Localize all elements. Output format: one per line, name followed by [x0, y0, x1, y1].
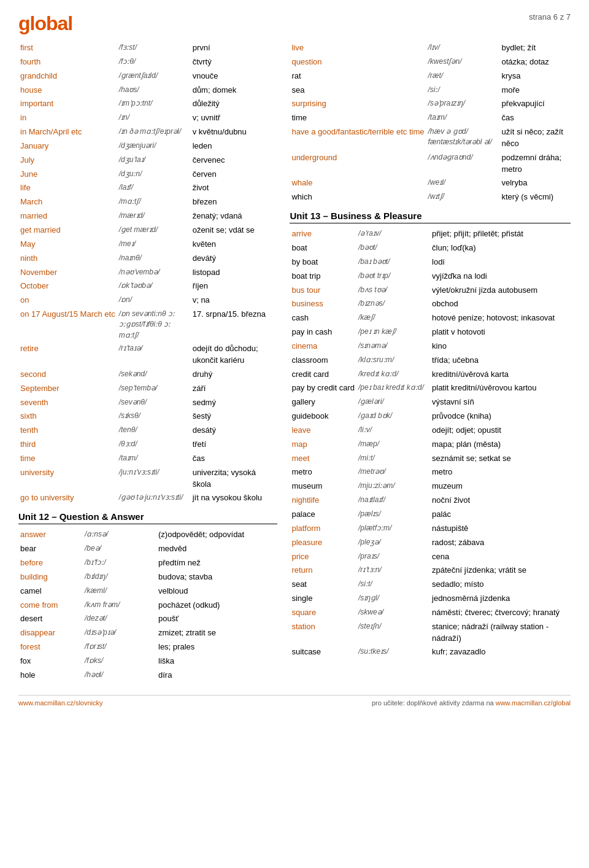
- word-cell: go to university: [18, 491, 117, 505]
- table-row: pleasure/pleʒə/radost; zábava: [290, 536, 571, 550]
- pronunciation-cell: /dʒænjuəri/: [117, 139, 191, 153]
- translation-cell: podzemní dráha; metro: [499, 151, 571, 177]
- table-row: pay in cash/peɪ ɪn kæʃ/platit v hotovoti: [290, 325, 571, 339]
- table-row: gallery/ɡæləri/výstavní síň: [290, 395, 571, 409]
- pronunciation-cell: /ɡræntʃaɪld/: [117, 69, 191, 83]
- section13-header: Unit 13 – Business & Pleasure: [290, 211, 571, 223]
- word-cell: seventh: [18, 396, 117, 410]
- word-cell: whale: [290, 176, 426, 190]
- table-row: rat/ræt/krysa: [290, 69, 571, 83]
- table-row: before/bɪˈfɔː/předtím než: [18, 556, 277, 570]
- translation-cell: život: [191, 181, 278, 195]
- translation-cell: průvodce (kniha): [430, 409, 571, 424]
- pronunciation-cell: /fɒrɪst/: [83, 640, 156, 654]
- table-row: May/meɪ/květen: [18, 238, 277, 252]
- word-cell: pay in cash: [290, 325, 356, 339]
- pronunciation-cell: /peɪ ɪn kæʃ/: [356, 325, 430, 339]
- pronunciation-cell: /ɑːnsə/: [83, 528, 156, 542]
- pronunciation-cell: /naɪnθ/: [117, 252, 191, 266]
- word-cell: bear: [18, 542, 83, 556]
- pronunciation-cell: /ɡaɪd bʊk/: [356, 409, 430, 424]
- word-cell: tenth: [18, 424, 117, 438]
- pronunciation-cell: /klɑːsruːm/: [356, 354, 430, 368]
- pronunciation-cell: /ɒn sevəntiːnθ ɔː ɔːɡɒst/fɪfθiːθ ɔː mɑːt…: [117, 308, 191, 342]
- table-row: return/rɪˈtɜːn/zpáteční jízdenka; vrátit…: [290, 564, 571, 578]
- pronunciation-cell: /sɪksθ/: [117, 409, 191, 424]
- word-cell: second: [18, 368, 117, 382]
- pronunciation-cell: /naɪtlaɪf/: [356, 494, 430, 508]
- word-cell: important: [18, 97, 117, 111]
- table-row: time/taɪm/čas: [18, 452, 277, 466]
- table-row: grandchild/ɡræntʃaɪld/vnouče: [18, 69, 277, 83]
- word-cell: arrive: [290, 227, 356, 241]
- word-cell: business: [290, 297, 356, 311]
- table-row: second/sekənd/druhý: [18, 368, 277, 382]
- translation-cell: v; uvnitř: [191, 111, 278, 125]
- table-row: which/wɪtʃ/který (s věcmi): [290, 190, 571, 204]
- table-row: price/praɪs/cena: [290, 550, 571, 564]
- word-cell: May: [18, 238, 117, 252]
- pronunciation-cell: /ɡet mærɪd/: [117, 223, 191, 238]
- pronunciation-cell: /bɪznəs/: [356, 297, 430, 311]
- pronunciation-cell: /sevənθ/: [117, 396, 191, 410]
- pronunciation-cell: /sɪŋɡl/: [356, 592, 430, 606]
- word-cell: return: [290, 564, 356, 578]
- translation-cell: budova; stavba: [156, 570, 277, 584]
- translation-cell: čas: [499, 111, 571, 125]
- translation-cell: 17. srpna/15. března: [191, 308, 278, 342]
- translation-cell: šestý: [191, 409, 278, 424]
- translation-cell: přijet; přijít; přiletět; přistát: [430, 227, 571, 241]
- page-number: strana 6 z 7: [529, 12, 571, 21]
- word-cell: life: [18, 181, 117, 195]
- table-row: house/haʊs/dům; domek: [18, 83, 277, 98]
- word-cell: single: [290, 592, 356, 606]
- word-cell: come from: [18, 599, 83, 613]
- translation-cell: vnouče: [191, 69, 278, 83]
- word-cell: desert: [18, 612, 83, 626]
- translation-cell: medvěd: [156, 542, 277, 556]
- footer-right: pro učitele: doplňkové aktivity zdarma n…: [372, 699, 571, 707]
- translation-cell: čtvrtý: [191, 55, 278, 69]
- translation-cell: odejít do důchodu; ukončit kariéru: [191, 342, 278, 368]
- translation-cell: zpáteční jízdenka; vrátit se: [430, 564, 571, 578]
- pronunciation-cell: /həʊl/: [83, 668, 156, 683]
- word-cell: credit card: [290, 368, 356, 382]
- translation-cell: obchod: [430, 297, 571, 311]
- translation-cell: lodí: [430, 255, 571, 269]
- word-cell: boat: [290, 241, 356, 255]
- word-cell: nightlife: [290, 494, 356, 508]
- pronunciation-cell: /fɜːst/: [117, 41, 191, 55]
- word-cell: camel: [18, 584, 83, 599]
- translation-cell: devátý: [191, 252, 278, 266]
- word-cell: before: [18, 556, 83, 570]
- table-row: July/dʒuˈlaɪ/červenec: [18, 153, 277, 168]
- translation-cell: v květnu/dubnu: [191, 125, 278, 139]
- translation-cell: (z)odpovědět; odpovídat: [156, 528, 277, 542]
- translation-cell: kreditní/úvěrová karta: [430, 368, 571, 382]
- footer-right-url: www.macmillan.cz/global: [496, 699, 571, 707]
- table-row: classroom/klɑːsruːm/třída; učebna: [290, 354, 571, 368]
- pronunciation-cell: /bɪldɪŋ/: [83, 570, 156, 584]
- translation-cell: výlet/okružní jízda autobusem: [430, 284, 571, 298]
- word-cell: pay by credit card: [290, 381, 356, 395]
- word-cell: by boat: [290, 255, 356, 269]
- translation-cell: vyjížďka na lodi: [430, 269, 571, 284]
- pronunciation-cell: /nəʊˈvembə/: [117, 266, 191, 280]
- pronunciation-cell: /peɪ baɪ kredɪt kɑːd/: [356, 381, 430, 395]
- word-cell: grandchild: [18, 69, 117, 83]
- word-cell: square: [290, 606, 356, 620]
- table-row: November/nəʊˈvembə/listopad: [18, 266, 277, 280]
- translation-cell: říjen: [191, 279, 278, 293]
- word-cell: rat: [290, 69, 426, 83]
- table-row: camel/kæml/velbloud: [18, 584, 277, 599]
- table-row: arrive/əˈraɪv/přijet; přijít; přiletět; …: [290, 227, 571, 241]
- translation-cell: třída; učebna: [430, 354, 571, 368]
- table-row: business/bɪznəs/obchod: [290, 297, 571, 311]
- table-row: meet/miːt/seznámit se; setkat se: [290, 452, 571, 466]
- table-row: important/ɪmˈpɔːtnt/důležitý: [18, 97, 277, 111]
- content-area: first/fɜːst/prvnífourth/fɔːθ/čtvrtýgrand…: [18, 41, 571, 683]
- word-cell: classroom: [290, 354, 356, 368]
- translation-cell: člun; loď(ka): [430, 241, 571, 255]
- table-row: in March/April etc/ɪn ðə mɑːtʃ/eɪprəl/v …: [18, 125, 277, 139]
- translation-cell: poušť: [156, 612, 277, 626]
